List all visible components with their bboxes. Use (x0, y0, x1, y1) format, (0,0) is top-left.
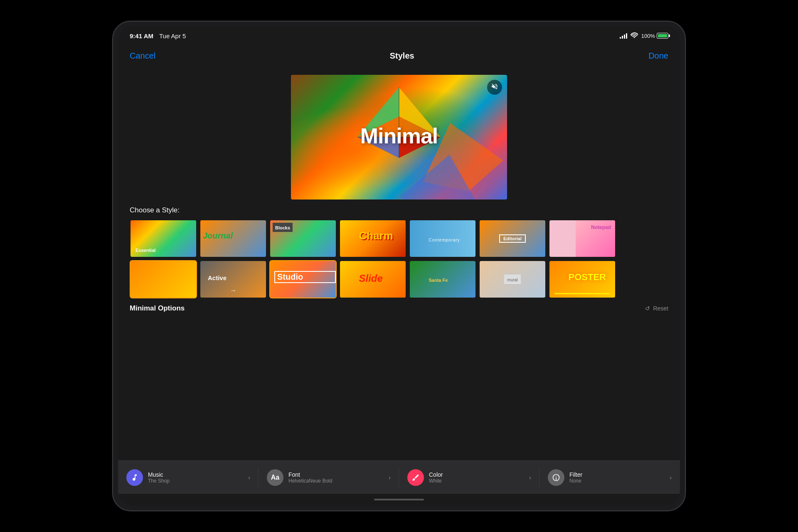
toolbar-item-font[interactable]: Aa Font HelveticaNeue Bold › (259, 461, 399, 494)
style-label-studio: Studio (274, 271, 336, 283)
styles-label: Choose a Style: (130, 206, 668, 214)
style-label-poster: POSTER (566, 270, 599, 284)
battery-indicator: 100% (641, 33, 668, 39)
music-subtitle: The Shop (148, 478, 248, 484)
style-thumb-notepad[interactable]: Notepad (549, 219, 616, 258)
music-icon (126, 469, 143, 486)
toolbar-item-music[interactable]: Music The Shop › (118, 461, 259, 494)
signal-icon (620, 33, 627, 39)
style-thumb-poster[interactable]: POSTER (549, 260, 616, 298)
filter-subtitle: None (569, 478, 670, 484)
status-right-icons: 100% (620, 32, 668, 39)
mute-button[interactable] (487, 80, 502, 95)
filter-title: Filter (569, 471, 670, 478)
navigation-bar: Cancel Styles Done (118, 45, 680, 66)
styles-row-1: Essential Journal (130, 219, 668, 258)
wifi-icon (631, 32, 638, 39)
home-bar (374, 499, 424, 500)
font-chevron-icon: › (389, 474, 391, 481)
status-bar: 9:41 AM Tue Apr 5 100% (118, 27, 680, 45)
style-thumb-charm[interactable]: Charm (339, 219, 406, 258)
style-thumb-mural[interactable]: mural (479, 260, 546, 298)
options-section: Minimal Options ↺ Reset (118, 298, 680, 316)
active-arrow-icon: → (230, 287, 236, 294)
filter-chevron-icon: › (670, 474, 672, 481)
font-icon: Aa (267, 469, 283, 486)
font-subtitle: HelveticaNeue Bold (288, 478, 389, 484)
mute-icon (491, 83, 498, 92)
style-label-journal: Journal (200, 229, 266, 242)
ipad-screen: 9:41 AM Tue Apr 5 100% (118, 27, 680, 505)
style-label-santafe: Santa Fe (426, 276, 459, 284)
bottom-toolbar: Music The Shop › Aa Font HelveticaNeue B… (118, 461, 680, 494)
style-thumb-minimal[interactable] (130, 260, 197, 298)
styles-section: Choose a Style: Essential (118, 206, 680, 298)
nav-title: Styles (390, 51, 414, 61)
battery-percent: 100% (641, 33, 655, 39)
home-indicator (118, 494, 680, 505)
video-preview-container: Minimal (118, 66, 680, 206)
ipad-device: 9:41 AM Tue Apr 5 100% (112, 21, 686, 511)
style-label-active: Active (205, 273, 266, 283)
style-thumb-active[interactable]: Active → (200, 260, 267, 298)
style-label-notepad: Notepad (589, 223, 613, 232)
toolbar-item-filter[interactable]: Filter None › (539, 461, 680, 494)
filter-icon (548, 469, 564, 486)
styles-grid: Essential Journal (130, 219, 668, 298)
color-chevron-icon: › (529, 474, 531, 481)
battery-icon (657, 33, 668, 39)
side-switch (112, 163, 113, 188)
volume-up-button[interactable] (112, 200, 113, 221)
music-chevron-icon: › (248, 474, 250, 481)
style-thumb-santafe[interactable]: Santa Fe (409, 260, 476, 298)
cancel-button[interactable]: Cancel (130, 51, 155, 61)
video-preview: Minimal (291, 75, 507, 200)
options-title: Minimal Options (130, 304, 185, 313)
music-title: Music (148, 471, 248, 478)
style-label-charm: Charm (357, 228, 389, 244)
style-thumb-journal[interactable]: Journal (200, 219, 267, 258)
style-thumb-studio[interactable]: Studio (269, 260, 337, 298)
style-label-blocks: Blocks (275, 225, 290, 230)
style-label-essential: Essential (133, 246, 196, 254)
toolbar-item-color[interactable]: Color White › (399, 461, 539, 494)
style-thumb-blocks[interactable]: Blocks (269, 219, 337, 258)
reset-icon: ↺ (645, 305, 650, 312)
status-time: 9:41 AM (130, 32, 153, 39)
style-thumb-essential[interactable]: Essential (130, 219, 197, 258)
reset-button[interactable]: ↺ Reset (645, 305, 668, 312)
done-button[interactable]: Done (648, 51, 668, 61)
status-date: Tue Apr 5 (159, 32, 186, 39)
style-thumb-contemporary[interactable]: Contemporary (409, 219, 476, 258)
style-thumb-slide[interactable]: Slide (339, 260, 406, 298)
video-title: Minimal (360, 123, 438, 148)
styles-row-2: Active → Studio (130, 260, 668, 298)
color-subtitle: White (429, 478, 529, 484)
color-icon (407, 469, 424, 486)
style-label-contemporary: Contemporary (426, 236, 459, 244)
style-label-editorial: Editorial (499, 234, 526, 243)
options-header: Minimal Options ↺ Reset (130, 304, 668, 313)
volume-down-button[interactable] (112, 227, 113, 248)
main-content: Minimal Choose a Style: (118, 66, 680, 461)
style-label-mural: mural (507, 278, 517, 282)
style-label-slide: Slide (357, 271, 389, 286)
font-title: Font (288, 471, 389, 478)
style-thumb-editorial[interactable]: Editorial (479, 219, 546, 258)
color-title: Color (429, 471, 529, 478)
